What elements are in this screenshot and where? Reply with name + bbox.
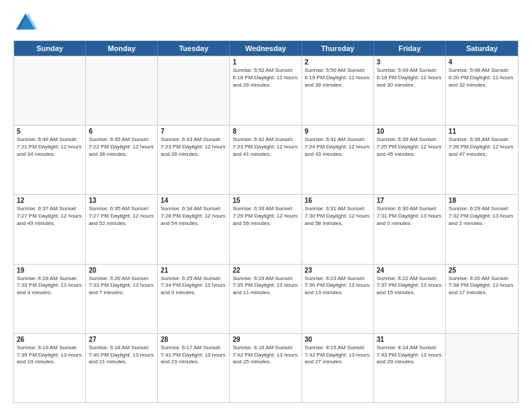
cell-content: Sunrise: 6:25 AM Sunset: 7:34 PM Dayligh…	[161, 275, 226, 297]
day-number: 22	[232, 267, 298, 274]
empty-cell-0-1	[86, 56, 158, 125]
day-number: 25	[449, 267, 515, 274]
day-cell-23: 23Sunrise: 6:23 AM Sunset: 7:36 PM Dayli…	[302, 265, 374, 333]
day-cell-29: 29Sunrise: 6:16 AM Sunset: 7:42 PM Dayli…	[230, 334, 302, 402]
cell-content: Sunrise: 6:38 AM Sunset: 7:26 PM Dayligh…	[449, 136, 515, 158]
day-number: 12	[17, 197, 83, 204]
day-cell-19: 19Sunrise: 6:28 AM Sunset: 7:33 PM Dayli…	[14, 265, 86, 333]
cell-content: Sunrise: 6:17 AM Sunset: 7:41 PM Dayligh…	[161, 345, 226, 366]
day-cell-5: 5Sunrise: 6:46 AM Sunset: 7:21 PM Daylig…	[14, 126, 86, 194]
day-cell-6: 6Sunrise: 6:45 AM Sunset: 7:22 PM Daylig…	[86, 126, 158, 194]
day-number: 7	[161, 128, 226, 135]
day-number: 21	[161, 267, 226, 274]
cell-content: Sunrise: 6:34 AM Sunset: 7:28 PM Dayligh…	[161, 205, 226, 227]
cell-content: Sunrise: 6:30 AM Sunset: 7:31 PM Dayligh…	[377, 205, 443, 227]
calendar-body: 1Sunrise: 5:52 AM Sunset: 6:18 PM Daylig…	[14, 56, 518, 402]
day-number: 3	[377, 58, 443, 66]
cell-content: Sunrise: 6:19 AM Sunset: 7:39 PM Dayligh…	[17, 345, 83, 366]
day-number: 30	[305, 336, 371, 343]
day-number: 23	[305, 267, 371, 274]
cell-content: Sunrise: 6:16 AM Sunset: 7:42 PM Dayligh…	[232, 345, 298, 366]
header-day-sunday: Sunday	[14, 41, 86, 56]
day-cell-13: 13Sunrise: 6:35 AM Sunset: 7:27 PM Dayli…	[86, 195, 158, 263]
cell-content: Sunrise: 5:50 AM Sunset: 6:19 PM Dayligh…	[305, 67, 371, 89]
day-number: 24	[377, 267, 443, 274]
cell-content: Sunrise: 6:22 AM Sunset: 7:37 PM Dayligh…	[377, 275, 443, 297]
day-number: 13	[89, 197, 154, 204]
day-cell-16: 16Sunrise: 6:31 AM Sunset: 7:30 PM Dayli…	[302, 195, 374, 263]
day-number: 28	[161, 336, 226, 343]
cell-content: Sunrise: 6:42 AM Sunset: 7:23 PM Dayligh…	[232, 136, 298, 158]
logo-icon	[13, 11, 38, 35]
day-number: 26	[17, 336, 83, 343]
logo	[13, 11, 40, 35]
day-number: 17	[377, 197, 443, 204]
calendar: SundayMondayTuesdayWednesdayThursdayFrid…	[13, 40, 519, 403]
cell-content: Sunrise: 5:48 AM Sunset: 6:20 PM Dayligh…	[449, 67, 515, 89]
cell-content: Sunrise: 6:24 AM Sunset: 7:35 PM Dayligh…	[232, 275, 298, 297]
header-day-thursday: Thursday	[302, 41, 374, 56]
cell-content: Sunrise: 6:35 AM Sunset: 7:27 PM Dayligh…	[89, 205, 154, 227]
day-number: 6	[89, 128, 154, 135]
day-cell-12: 12Sunrise: 6:37 AM Sunset: 7:27 PM Dayli…	[14, 195, 86, 263]
cell-content: Sunrise: 6:15 AM Sunset: 7:42 PM Dayligh…	[305, 345, 371, 366]
day-cell-15: 15Sunrise: 6:33 AM Sunset: 7:29 PM Dayli…	[230, 195, 302, 263]
day-cell-4: 4Sunrise: 5:48 AM Sunset: 6:20 PM Daylig…	[446, 56, 518, 125]
day-cell-8: 8Sunrise: 6:42 AM Sunset: 7:23 PM Daylig…	[230, 126, 302, 194]
header-day-monday: Monday	[86, 41, 158, 56]
cell-content: Sunrise: 5:52 AM Sunset: 6:18 PM Dayligh…	[232, 67, 298, 89]
day-number: 1	[232, 58, 298, 66]
cell-content: Sunrise: 6:46 AM Sunset: 7:21 PM Dayligh…	[17, 136, 83, 158]
empty-cell-0-2	[158, 56, 230, 125]
header	[13, 11, 519, 35]
day-number: 14	[161, 197, 226, 204]
cell-content: Sunrise: 6:28 AM Sunset: 7:33 PM Dayligh…	[17, 275, 83, 297]
page: SundayMondayTuesdayWednesdayThursdayFrid…	[0, 0, 532, 411]
day-cell-18: 18Sunrise: 6:29 AM Sunset: 7:32 PM Dayli…	[446, 195, 518, 263]
header-day-saturday: Saturday	[446, 41, 518, 56]
day-number: 16	[305, 197, 371, 204]
day-cell-31: 31Sunrise: 6:14 AM Sunset: 7:43 PM Dayli…	[374, 334, 446, 402]
day-cell-22: 22Sunrise: 6:24 AM Sunset: 7:35 PM Dayli…	[230, 265, 302, 333]
cell-content: Sunrise: 6:29 AM Sunset: 7:32 PM Dayligh…	[449, 205, 515, 227]
calendar-row-0: 1Sunrise: 5:52 AM Sunset: 6:18 PM Daylig…	[14, 56, 518, 125]
calendar-row-1: 5Sunrise: 6:46 AM Sunset: 7:21 PM Daylig…	[14, 125, 518, 194]
day-cell-24: 24Sunrise: 6:22 AM Sunset: 7:37 PM Dayli…	[374, 265, 446, 333]
day-number: 27	[89, 336, 154, 343]
day-cell-25: 25Sunrise: 6:20 AM Sunset: 7:38 PM Dayli…	[446, 265, 518, 333]
cell-content: Sunrise: 6:45 AM Sunset: 7:22 PM Dayligh…	[89, 136, 154, 158]
cell-content: Sunrise: 6:23 AM Sunset: 7:36 PM Dayligh…	[305, 275, 371, 297]
calendar-row-3: 19Sunrise: 6:28 AM Sunset: 7:33 PM Dayli…	[14, 264, 518, 333]
empty-cell-4-6	[446, 334, 518, 402]
day-number: 20	[89, 267, 154, 274]
day-number: 10	[377, 128, 443, 135]
cell-content: Sunrise: 5:49 AM Sunset: 6:19 PM Dayligh…	[377, 67, 443, 89]
day-number: 11	[449, 128, 515, 135]
day-number: 29	[232, 336, 298, 343]
day-cell-2: 2Sunrise: 5:50 AM Sunset: 6:19 PM Daylig…	[302, 56, 374, 125]
day-cell-21: 21Sunrise: 6:25 AM Sunset: 7:34 PM Dayli…	[158, 265, 230, 333]
cell-content: Sunrise: 6:43 AM Sunset: 7:23 PM Dayligh…	[161, 136, 226, 158]
day-cell-3: 3Sunrise: 5:49 AM Sunset: 6:19 PM Daylig…	[374, 56, 446, 125]
cell-content: Sunrise: 6:20 AM Sunset: 7:38 PM Dayligh…	[449, 275, 515, 297]
day-number: 15	[232, 197, 298, 204]
day-number: 8	[232, 128, 298, 135]
cell-content: Sunrise: 6:31 AM Sunset: 7:30 PM Dayligh…	[305, 205, 371, 227]
day-cell-30: 30Sunrise: 6:15 AM Sunset: 7:42 PM Dayli…	[302, 334, 374, 402]
day-cell-17: 17Sunrise: 6:30 AM Sunset: 7:31 PM Dayli…	[374, 195, 446, 263]
header-day-wednesday: Wednesday	[230, 41, 302, 56]
day-cell-20: 20Sunrise: 6:26 AM Sunset: 7:33 PM Dayli…	[86, 265, 158, 333]
day-number: 31	[377, 336, 443, 343]
calendar-header: SundayMondayTuesdayWednesdayThursdayFrid…	[14, 41, 518, 56]
day-number: 2	[305, 58, 371, 66]
calendar-row-2: 12Sunrise: 6:37 AM Sunset: 7:27 PM Dayli…	[14, 194, 518, 263]
cell-content: Sunrise: 6:18 AM Sunset: 7:40 PM Dayligh…	[89, 345, 154, 366]
cell-content: Sunrise: 6:39 AM Sunset: 7:25 PM Dayligh…	[377, 136, 443, 158]
empty-cell-0-0	[14, 56, 86, 125]
day-cell-9: 9Sunrise: 6:41 AM Sunset: 7:24 PM Daylig…	[302, 126, 374, 194]
day-number: 9	[305, 128, 371, 135]
calendar-row-4: 26Sunrise: 6:19 AM Sunset: 7:39 PM Dayli…	[14, 333, 518, 402]
day-cell-11: 11Sunrise: 6:38 AM Sunset: 7:26 PM Dayli…	[446, 126, 518, 194]
cell-content: Sunrise: 6:14 AM Sunset: 7:43 PM Dayligh…	[377, 345, 443, 366]
day-cell-14: 14Sunrise: 6:34 AM Sunset: 7:28 PM Dayli…	[158, 195, 230, 263]
